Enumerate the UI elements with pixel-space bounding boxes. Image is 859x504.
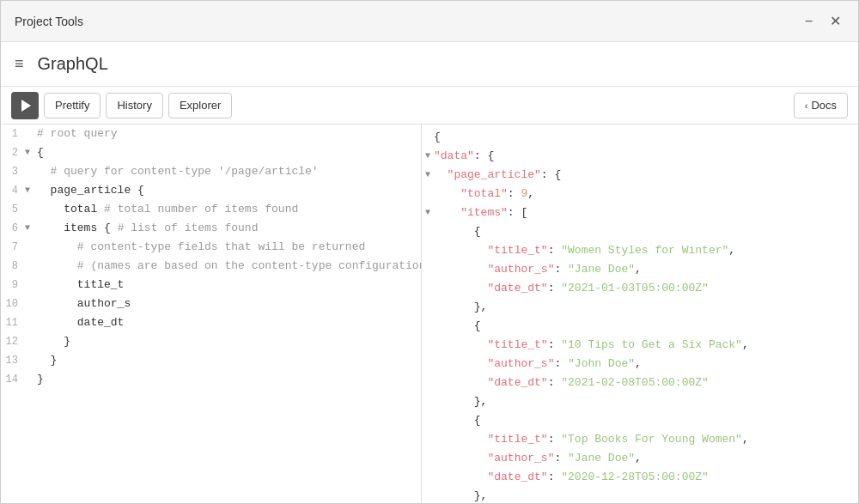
close-button[interactable]: ✕ xyxy=(826,11,844,31)
editor-panel[interactable]: 1 # root query 2 ▼ { 3 # query for conte… xyxy=(1,124,422,504)
explorer-button[interactable]: Explorer xyxy=(168,93,232,118)
line-number: 6 xyxy=(1,220,25,237)
result-content: "total": 9, xyxy=(434,185,858,203)
result-line: "date_dt": "2021-01-03T05:00:00Z" xyxy=(422,279,858,298)
result-line: }, xyxy=(422,392,858,411)
main-content: 1 # root query 2 ▼ { 3 # query for conte… xyxy=(1,124,858,504)
line-content: author_s xyxy=(37,295,421,313)
line-content: # query for content-type '/page/article' xyxy=(37,163,421,180)
line-content: title_t xyxy=(37,276,421,294)
editor-line-4: 4 ▼ page_article { xyxy=(1,181,421,200)
result-line: ▼ "page_article": { xyxy=(422,166,858,185)
line-content: items { # list of items found xyxy=(37,220,421,237)
result-content: { xyxy=(434,412,858,429)
result-line: }, xyxy=(422,298,858,317)
editor-line-5: 5 total # total number of items found xyxy=(1,200,421,219)
result-line: }, xyxy=(422,487,858,504)
result-content: { xyxy=(434,223,858,240)
menu-icon[interactable]: ≡ xyxy=(15,55,24,73)
line-content: } xyxy=(37,371,421,388)
line-number: 10 xyxy=(1,295,25,313)
result-content: "author_s": "Jane Doe", xyxy=(434,261,858,278)
line-content: page_article { xyxy=(37,182,421,199)
result-content: "items": [ xyxy=(434,204,858,222)
result-line: "date_dt": "2020-12-28T05:00:00Z" xyxy=(422,468,858,487)
result-content: "date_dt": "2021-01-03T05:00:00Z" xyxy=(434,280,858,297)
title-bar-controls: − ✕ xyxy=(801,11,844,31)
line-number: 9 xyxy=(1,276,25,294)
editor-line-3: 3 # query for content-type '/page/articl… xyxy=(1,162,421,181)
line-content: } xyxy=(37,333,421,350)
line-number: 4 xyxy=(1,182,25,199)
result-line: "title_t": "10 Tips to Get a Six Pack", xyxy=(422,336,858,355)
docs-label: Docs xyxy=(811,99,837,112)
result-line: "author_s": "Jane Doe", xyxy=(422,449,858,468)
editor-line-8: 8 # (names are based on the content-type… xyxy=(1,257,421,276)
line-number: 2 xyxy=(1,144,25,161)
editor-line-11: 11 date_dt xyxy=(1,313,421,332)
line-number: 8 xyxy=(1,258,25,275)
editor-line-6: 6 ▼ items { # list of items found xyxy=(1,219,421,238)
minimize-button[interactable]: − xyxy=(801,12,816,31)
result-content: }, xyxy=(434,299,858,316)
line-number: 1 xyxy=(1,125,25,143)
fold-arrow[interactable]: ▼ xyxy=(422,204,434,222)
editor-line-12: 12 } xyxy=(1,332,421,351)
result-line: ▼ "items": [ xyxy=(422,203,858,222)
result-panel[interactable]: { ▼ "data": { ▼ "page_article": { "total… xyxy=(422,124,858,504)
result-content: "page_article": { xyxy=(434,167,858,184)
line-content: # content-type fields that will be retur… xyxy=(37,239,421,256)
fold-arrow[interactable]: ▼ xyxy=(422,148,434,165)
result-line: ▼ "data": { xyxy=(422,147,858,166)
prettify-button[interactable]: Prettify xyxy=(44,93,101,118)
result-content: "author_s": "John Doe", xyxy=(434,355,858,373)
run-button[interactable] xyxy=(11,92,39,119)
line-number: 11 xyxy=(1,314,25,331)
result-content: }, xyxy=(434,393,858,410)
editor-line-1: 1 # root query xyxy=(1,124,421,143)
result-content: "date_dt": "2020-12-28T05:00:00Z" xyxy=(434,469,858,486)
result-line: { xyxy=(422,317,858,336)
result-content: "title_t": "10 Tips to Get a Six Pack", xyxy=(434,337,858,354)
result-line: "date_dt": "2021-02-08T05:00:00Z" xyxy=(422,373,858,392)
result-line: "title_t": "Women Styles for Winter", xyxy=(422,241,858,260)
result-line: "author_s": "Jane Doe", xyxy=(422,260,858,279)
docs-button[interactable]: ‹ Docs xyxy=(794,93,848,118)
line-number: 13 xyxy=(1,352,25,369)
result-content: "title_t": "Women Styles for Winter", xyxy=(434,242,858,259)
result-line: "author_s": "John Doe", xyxy=(422,355,858,373)
result-content: "data": { xyxy=(434,148,858,165)
result-line: "title_t": "Top Books For Young Women", xyxy=(422,430,858,449)
line-content: # (names are based on the content-type c… xyxy=(37,258,422,275)
result-line: { xyxy=(422,411,858,430)
chevron-left-icon: ‹ xyxy=(805,100,808,111)
line-number: 14 xyxy=(1,371,25,388)
fold-arrow[interactable]: ▼ xyxy=(422,167,434,184)
fold-arrow[interactable]: ▼ xyxy=(25,144,37,161)
editor-line-10: 10 author_s xyxy=(1,295,421,313)
header: ≡ GraphQL xyxy=(1,42,858,87)
result-content: "date_dt": "2021-02-08T05:00:00Z" xyxy=(434,374,858,392)
title-bar: Project Tools − ✕ xyxy=(1,1,858,42)
header-title: GraphQL xyxy=(38,54,108,74)
editor-line-13: 13 } xyxy=(1,351,421,370)
result-line: { xyxy=(422,128,858,147)
editor-line-9: 9 title_t xyxy=(1,276,421,295)
line-number: 12 xyxy=(1,333,25,350)
editor-line-14: 14 } xyxy=(1,370,421,389)
line-content: { xyxy=(37,144,421,161)
editor-line-2: 2 ▼ { xyxy=(1,143,421,162)
result-content: { xyxy=(434,129,858,146)
toolbar: Prettify History Explorer ‹ Docs xyxy=(1,87,858,124)
editor-line-7: 7 # content-type fields that will be ret… xyxy=(1,238,421,257)
fold-arrow[interactable]: ▼ xyxy=(25,220,37,237)
fold-arrow[interactable]: ▼ xyxy=(25,182,37,199)
result-content: }, xyxy=(434,488,858,504)
line-content: } xyxy=(37,352,421,369)
line-content: date_dt xyxy=(37,314,421,331)
result-content: "author_s": "Jane Doe", xyxy=(434,450,858,467)
line-number: 5 xyxy=(1,201,25,218)
result-content: "title_t": "Top Books For Young Women", xyxy=(434,431,858,448)
line-content: total # total number of items found xyxy=(37,201,421,218)
history-button[interactable]: History xyxy=(106,93,162,118)
